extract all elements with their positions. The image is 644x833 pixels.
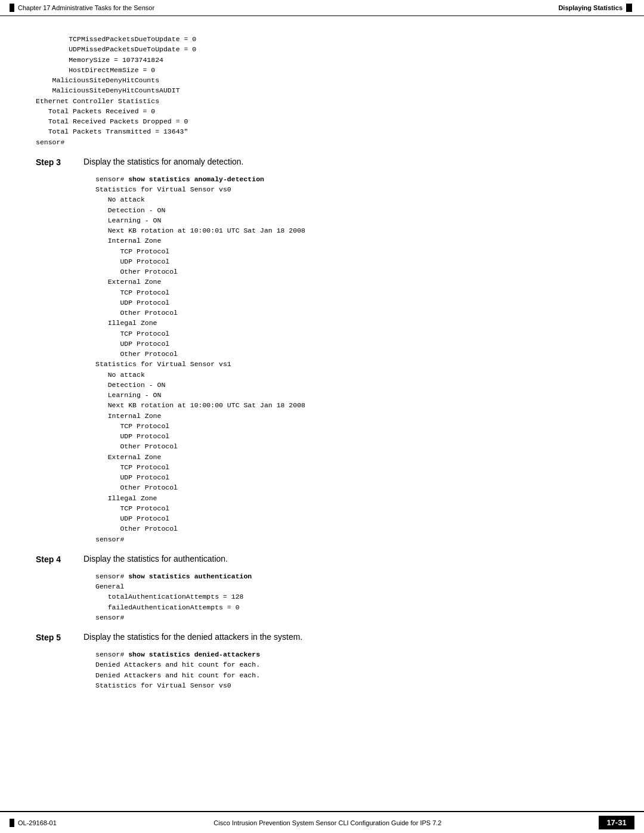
step3-row: Step 3 Display the statistics for anomal… — [36, 157, 608, 167]
top-header: Chapter 17 Administrative Tasks for the … — [0, 0, 644, 16]
header-chapter-text: Chapter 17 Administrative Tasks for the … — [18, 4, 154, 11]
page-container: Chapter 17 Administrative Tasks for the … — [0, 0, 644, 833]
main-content: TCPMissedPacketsDueToUpdate = 0 UDPMisse… — [0, 16, 644, 708]
header-right: Displaying Statistics — [558, 4, 632, 12]
header-left: Chapter 17 Administrative Tasks for the … — [10, 4, 154, 12]
step3-code: sensor# show statistics anomaly-detectio… — [95, 174, 608, 544]
step4-description: Display the statistics for authenticatio… — [83, 554, 608, 563]
footer-center: Cisco Intrusion Prevention System Sensor… — [57, 819, 599, 826]
step5-row: Step 5 Display the statistics for the de… — [36, 632, 608, 642]
header-left-icon — [10, 4, 14, 12]
step5-description: Display the statistics for the denied at… — [83, 632, 608, 642]
initial-code-block: TCPMissedPacketsDueToUpdate = 0 UDPMisse… — [36, 34, 608, 147]
step3-label: Step 3 — [36, 157, 83, 167]
footer-page-number: 17-31 — [599, 816, 634, 829]
footer-left-icon — [10, 819, 14, 827]
step4-label: Step 4 — [36, 554, 83, 564]
step5-label: Step 5 — [36, 632, 83, 642]
bottom-footer: OL-29168-01 Cisco Intrusion Prevention S… — [0, 811, 644, 833]
step3-description: Display the statistics for anomaly detec… — [83, 157, 608, 166]
step4-row: Step 4 Display the statistics for authen… — [36, 554, 608, 564]
header-right-icon — [626, 4, 632, 12]
footer-left: OL-29168-01 — [10, 819, 57, 827]
step4-code: sensor# show statistics authentication G… — [95, 571, 608, 623]
footer-doc-number: OL-29168-01 — [18, 819, 57, 826]
header-right-text: Displaying Statistics — [558, 4, 623, 11]
step5-code: sensor# show statistics denied-attackers… — [95, 649, 608, 690]
